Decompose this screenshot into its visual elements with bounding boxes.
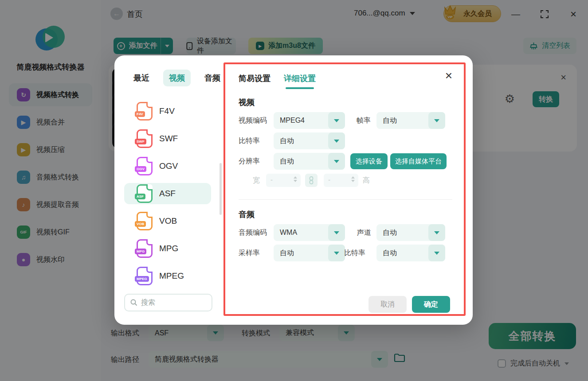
search-icon	[130, 299, 137, 306]
file-type-badge: ASF	[135, 194, 145, 199]
format-settings-modal: 最近 视频 音频 F4V F4V SWF SWF OGV OGV ASF ASF…	[114, 55, 473, 325]
resolution-select[interactable]: 自动	[274, 153, 345, 170]
section-divider	[239, 199, 452, 200]
format-label: VOB	[159, 216, 177, 226]
tab-recent[interactable]: 最近	[128, 70, 155, 86]
format-item-mpg[interactable]: MPG MPG	[124, 238, 211, 259]
file-type-icon: F4V	[137, 102, 153, 121]
bitrate-value: 自动	[280, 132, 294, 149]
video-codec-label: 视频编码	[239, 116, 267, 125]
file-type-badge: SWF	[135, 139, 146, 144]
format-label: OGV	[159, 161, 178, 171]
samplerate-label: 采样率	[239, 249, 260, 258]
confirm-label: 确定	[424, 300, 438, 309]
file-type-icon: MPEG	[137, 267, 153, 285]
link-icon	[309, 176, 314, 184]
select-device-button[interactable]: 选择设备	[350, 153, 388, 169]
cancel-label: 取消	[380, 300, 395, 309]
confirm-button[interactable]: 确定	[412, 296, 450, 313]
resolution-value: 自动	[280, 153, 294, 170]
framerate-value: 自动	[383, 112, 397, 129]
audio-codec-select[interactable]: WMA	[274, 224, 345, 241]
tab-audio[interactable]: 音频	[199, 70, 226, 86]
audio-codec-value: WMA	[280, 224, 297, 241]
bitrate-label: 比特率	[239, 136, 260, 146]
cancel-button[interactable]: 取消	[368, 296, 407, 313]
resolution-label: 分辨率	[239, 157, 260, 166]
framerate-label: 帧率	[357, 116, 371, 125]
format-item-swf[interactable]: SWF SWF	[124, 128, 211, 149]
file-type-badge: VOB	[135, 221, 146, 227]
format-label: F4V	[159, 106, 175, 116]
tab-detail-settings[interactable]: 详细设置	[284, 73, 316, 84]
select-platform-button[interactable]: 选择自媒体平台	[390, 153, 447, 169]
file-type-badge: F4V	[135, 111, 145, 117]
spinner-arrows-icon[interactable]	[351, 176, 355, 182]
chevron-down-icon	[428, 245, 445, 261]
active-tab-underline	[286, 87, 314, 89]
format-label: ASF	[159, 189, 176, 198]
search-input[interactable]	[141, 299, 199, 307]
audio-codec-label: 音频编码	[239, 228, 267, 237]
format-item-f4v[interactable]: F4V F4V	[124, 101, 211, 122]
channel-label: 声道	[357, 228, 371, 237]
file-type-icon: OGV	[137, 157, 153, 175]
chevron-down-icon	[428, 224, 445, 241]
format-item-mpeg[interactable]: MPEG MPEG	[124, 265, 211, 287]
modal-close-button[interactable]: ×	[445, 70, 452, 82]
samplerate-value: 自动	[280, 245, 294, 261]
format-search-box	[124, 294, 212, 311]
file-type-badge: OGV	[135, 166, 146, 172]
chevron-down-icon	[328, 224, 345, 241]
file-type-badge: MPG	[135, 249, 146, 254]
spinner-arrows-icon[interactable]	[294, 176, 297, 182]
chevron-down-icon	[428, 112, 445, 129]
format-category-tabs: 最近 视频 音频	[128, 70, 226, 86]
format-list-scrollbar[interactable]	[220, 163, 222, 215]
format-item-ogv[interactable]: OGV OGV	[124, 156, 211, 177]
audio-section-title: 音频	[239, 209, 255, 220]
format-item-asf[interactable]: ASF ASF	[124, 183, 211, 204]
tab-video[interactable]: 视频	[163, 70, 191, 86]
file-type-icon: ASF	[137, 184, 153, 203]
audio-bitrate-select[interactable]: 自动	[376, 245, 445, 261]
height-stepper[interactable]: -	[324, 174, 358, 187]
file-type-icon: VOB	[137, 212, 153, 230]
tab-simple-settings[interactable]: 简易设置	[239, 73, 270, 84]
width-label: 宽	[253, 176, 260, 185]
video-section-title: 视频	[239, 97, 255, 108]
format-item-vob[interactable]: VOB VOB	[124, 210, 211, 232]
file-type-icon: SWF	[137, 129, 153, 148]
format-list: F4V F4V SWF SWF OGV OGV ASF ASF VOB VOB …	[124, 101, 211, 293]
format-label: MPG	[159, 244, 178, 253]
format-label: MPEG	[159, 271, 184, 281]
audio-bitrate-label: 比特率	[344, 249, 365, 258]
detail-settings-panel: 简易设置 详细设置 × 视频 视频编码 MPEG4 帧率 自动 比特率 自动 分…	[223, 62, 466, 316]
aspect-link-button[interactable]	[305, 174, 318, 187]
video-codec-select[interactable]: MPEG4	[274, 112, 345, 129]
audio-bitrate-value: 自动	[383, 245, 397, 261]
channel-value: 自动	[383, 224, 397, 241]
video-codec-value: MPEG4	[280, 112, 305, 129]
chevron-down-icon	[328, 153, 345, 170]
channel-select[interactable]: 自动	[376, 224, 445, 241]
height-label: 高	[363, 176, 370, 185]
width-stepper[interactable]: -	[266, 174, 301, 187]
samplerate-select[interactable]: 自动	[274, 245, 345, 261]
format-label: SWF	[159, 134, 178, 144]
app-window: 简鹿视频格式转换器 ↻ 视频格式转换 ▶ 视频合并 ▶ 视频压缩 ♫ 音频格式转…	[0, 0, 588, 381]
width-value: -	[270, 176, 273, 183]
close-icon: ×	[445, 69, 452, 82]
bitrate-select[interactable]: 自动	[274, 132, 345, 149]
framerate-select[interactable]: 自动	[376, 112, 445, 129]
select-platform-label: 选择自媒体平台	[395, 157, 442, 166]
file-type-icon: MPG	[137, 239, 153, 258]
chevron-down-icon	[328, 245, 345, 261]
height-value: -	[328, 176, 330, 183]
file-type-badge: MPEG	[135, 276, 149, 282]
chevron-down-icon	[328, 112, 345, 129]
select-device-label: 选择设备	[356, 157, 382, 166]
chevron-down-icon	[328, 132, 345, 149]
